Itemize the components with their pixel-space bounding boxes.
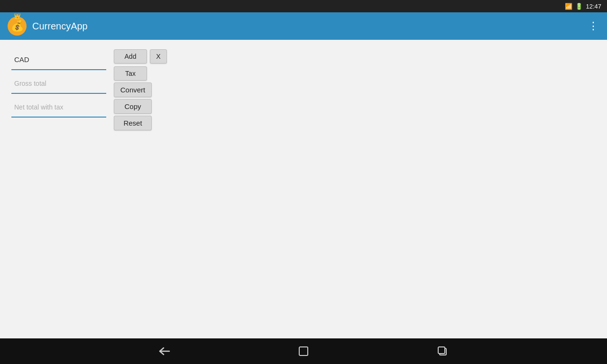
app-icon: 👑 💰 [8,17,27,36]
status-time: 12:47 [586,3,601,10]
svg-rect-3 [438,347,445,354]
main-content: Add X Tax Convert Copy Reset [0,40,607,338]
tax-button[interactable]: Tax [114,66,147,81]
overflow-menu-button[interactable]: ⋮ [588,21,599,31]
crown-icon: 👑 [14,13,21,19]
wifi-icon: 📶 [565,3,572,10]
net-total-input[interactable] [11,97,106,118]
add-button[interactable]: Add [114,49,147,64]
x-button[interactable]: X [150,49,167,64]
battery-icon: 🔋 [575,3,583,10]
recents-button[interactable] [428,342,457,361]
dollar-bag-icon: 💰 [11,20,24,32]
buttons-column: Add X Tax Convert Copy Reset [114,49,167,130]
form-area: Add X Tax Convert Copy Reset [11,49,596,130]
svg-rect-1 [299,347,308,355]
reset-button[interactable]: Reset [114,116,152,130]
app-bar: 👑 💰 CurrencyApp ⋮ [0,12,607,40]
app-bar-left: 👑 💰 CurrencyApp [8,17,88,36]
recents-icon [437,346,448,356]
home-button[interactable] [289,342,318,361]
back-icon [159,347,170,355]
status-bar: 📶 🔋 12:47 [0,0,607,12]
gross-total-input[interactable] [11,73,106,94]
status-icons: 📶 🔋 12:47 [565,3,601,10]
copy-button[interactable]: Copy [114,99,152,114]
top-buttons-row: Add X [114,49,167,64]
nav-bar [0,338,607,364]
home-icon [298,346,309,356]
back-button[interactable] [150,342,179,361]
app-title: CurrencyApp [32,21,88,32]
convert-button[interactable]: Convert [114,82,152,97]
inputs-column [11,49,106,120]
currency-input[interactable] [11,49,106,70]
